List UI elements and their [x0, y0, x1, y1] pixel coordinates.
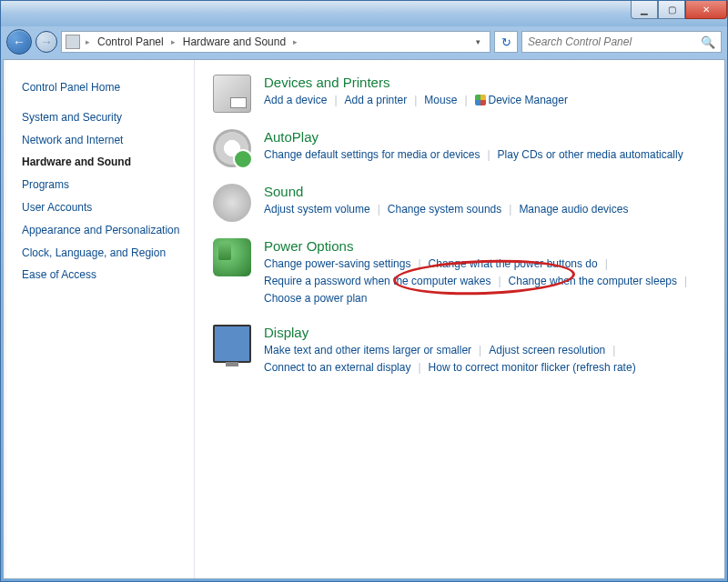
refresh-icon: ↻	[501, 35, 511, 49]
forward-button[interactable]: →	[35, 31, 57, 53]
separator: |	[490, 273, 508, 290]
arrow-right-icon: →	[40, 35, 53, 49]
task-link[interactable]: Connect to an external display	[264, 359, 410, 376]
separator: |	[327, 92, 344, 109]
task-link[interactable]: Change system sounds	[388, 201, 501, 218]
category-autoplay: AutoPlayChange default settings for medi…	[213, 129, 706, 167]
close-button[interactable]: ✕	[685, 1, 727, 19]
sidebar-home[interactable]: Control Panel Home	[22, 76, 187, 99]
window-controls: ▁ ▢ ✕	[631, 1, 727, 19]
sidebar-item-programs[interactable]: Programs	[22, 174, 187, 196]
separator: |	[501, 201, 519, 218]
category-title[interactable]: Sound	[264, 184, 706, 199]
search-icon: 🔍	[701, 35, 715, 49]
breadcrumb[interactable]: ▸ Control Panel ▸ Hardware and Sound ▸ ▾	[61, 31, 490, 53]
separator: |	[480, 146, 497, 164]
task-link[interactable]: Add a device	[264, 92, 327, 109]
sidebar-item-appearance-and-personalization[interactable]: Appearance and Personalization	[22, 219, 187, 242]
task-link[interactable]: Change power-saving settings	[264, 256, 410, 273]
category-devices-and-printers: Devices and PrintersAdd a device|Add a p…	[213, 75, 706, 113]
sidebar-item-user-accounts[interactable]: User Accounts	[22, 196, 187, 219]
task-link[interactable]: Require a password when the computer wak…	[264, 273, 490, 290]
sidebar-item-system-and-security[interactable]: System and Security	[22, 106, 187, 129]
task-link[interactable]: Change when the computer sleeps	[509, 273, 677, 290]
arrow-left-icon: ←	[13, 35, 25, 49]
control-panel-window: ▁ ▢ ✕ ← → ▸ Control Panel ▸ Hardware and…	[0, 0, 728, 582]
search-input[interactable]	[528, 35, 701, 48]
separator: |	[605, 342, 622, 359]
category-title[interactable]: AutoPlay	[264, 129, 706, 145]
chevron-right-icon: ▸	[289, 37, 301, 46]
task-link[interactable]: Adjust system volume	[264, 201, 370, 218]
refresh-button[interactable]: ↻	[494, 31, 518, 53]
task-link[interactable]: Add a printer	[345, 92, 408, 109]
separator: |	[370, 201, 388, 218]
maximize-button[interactable]: ▢	[658, 1, 685, 19]
chevron-right-icon: ▸	[82, 37, 94, 46]
content-area: Control Panel Home System and SecurityNe…	[3, 59, 725, 579]
category-display: DisplayMake text and other items larger …	[213, 325, 706, 376]
separator: |	[407, 92, 424, 109]
separator: |	[598, 256, 615, 273]
sidebar-item-ease-of-access[interactable]: Ease of Access	[22, 264, 187, 286]
category-title[interactable]: Devices and Printers	[264, 75, 706, 90]
category-title[interactable]: Display	[264, 325, 706, 340]
sidebar: Control Panel Home System and SecurityNe…	[4, 60, 195, 578]
titlebar: ▁ ▢ ✕	[1, 1, 727, 26]
separator: |	[410, 359, 428, 376]
category-sound: SoundAdjust system volume|Change system …	[213, 184, 706, 222]
main-panel: Devices and PrintersAdd a device|Add a p…	[195, 60, 724, 578]
minimize-button[interactable]: ▁	[631, 1, 658, 19]
task-link[interactable]: Make text and other items larger or smal…	[264, 342, 471, 359]
devices-icon	[213, 75, 251, 113]
task-link[interactable]: Change default settings for media or dev…	[264, 146, 480, 164]
task-link[interactable]: Play CDs or other media automatically	[498, 146, 683, 164]
task-link[interactable]: Mouse	[424, 92, 457, 109]
task-link[interactable]: Choose a power plan	[264, 290, 367, 307]
sidebar-item-network-and-internet[interactable]: Network and Internet	[22, 129, 187, 152]
breadcrumb-dropdown[interactable]: ▾	[470, 37, 486, 46]
navbar: ← → ▸ Control Panel ▸ Hardware and Sound…	[1, 26, 727, 57]
sidebar-item-clock-language-and-region[interactable]: Clock, Language, and Region	[22, 242, 187, 265]
autoplay-icon	[213, 129, 251, 167]
separator: |	[457, 92, 474, 109]
sound-icon	[213, 184, 251, 222]
shield-icon	[475, 95, 486, 105]
breadcrumb-current[interactable]: Hardware and Sound	[181, 35, 288, 48]
task-link[interactable]: Device Manager	[475, 92, 568, 109]
chevron-right-icon: ▸	[167, 37, 179, 46]
separator: |	[677, 273, 694, 290]
separator: |	[471, 342, 489, 359]
sidebar-item-hardware-and-sound[interactable]: Hardware and Sound	[22, 151, 187, 174]
task-link[interactable]: Manage audio devices	[519, 201, 628, 218]
power-icon	[213, 238, 251, 276]
control-panel-icon	[66, 35, 80, 49]
category-title[interactable]: Power Options	[264, 238, 706, 254]
display-icon	[213, 325, 251, 363]
task-link[interactable]: How to correct monitor flicker (refresh …	[429, 359, 636, 376]
breadcrumb-root[interactable]: Control Panel	[96, 35, 166, 48]
separator: |	[410, 256, 428, 273]
search-box[interactable]: 🔍	[521, 31, 722, 53]
category-power-options: Power OptionsChange power-saving setting…	[213, 238, 706, 308]
back-button[interactable]: ←	[6, 29, 32, 55]
task-link[interactable]: Change what the power buttons do	[429, 256, 598, 273]
task-link[interactable]: Adjust screen resolution	[489, 342, 605, 359]
